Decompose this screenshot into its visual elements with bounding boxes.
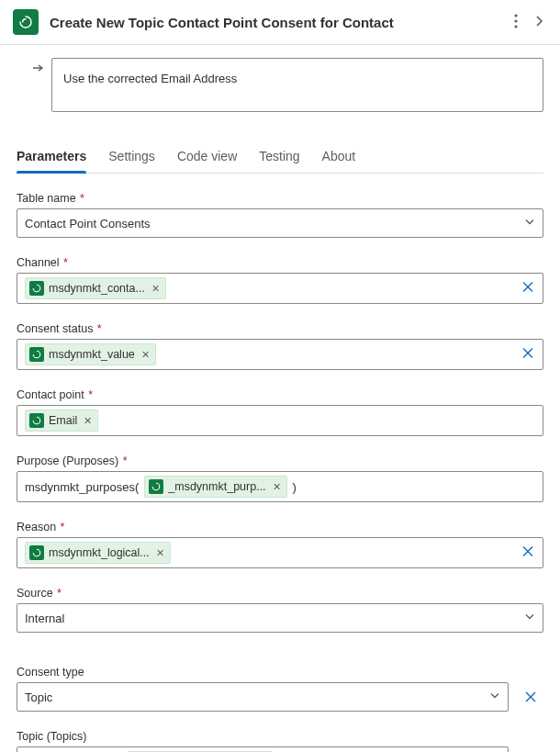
- input-topic[interactable]: msdynmkt_topics( _msdynmkt_topici... ✕ ): [17, 746, 509, 752]
- clear-channel-icon[interactable]: [521, 280, 535, 297]
- note-handle-icon: [32, 62, 45, 76]
- clear-consent-status-icon[interactable]: [521, 346, 535, 364]
- label-topic: Topic (Topics): [17, 730, 543, 743]
- value-table-name: Contact Point Consents: [25, 217, 151, 230]
- chevron-down-icon: [524, 217, 535, 230]
- input-consent-type[interactable]: Topic: [17, 682, 509, 712]
- input-reason[interactable]: msdynmkt_logical... ✕: [17, 537, 543, 568]
- token-remove-icon[interactable]: ✕: [84, 415, 92, 427]
- label-consent-type: Consent type: [17, 666, 543, 679]
- value-consent-type: Topic: [25, 690, 52, 704]
- label-table-name: Table name *: [17, 192, 543, 205]
- panel-collapse-icon[interactable]: [531, 10, 547, 35]
- dataverse-icon: [29, 545, 44, 560]
- tab-code-view[interactable]: Code view: [177, 141, 237, 173]
- dataverse-icon: [29, 281, 44, 296]
- label-contact-point: Contact point *: [17, 388, 543, 401]
- expr-suffix-purpose: ): [293, 480, 297, 494]
- tab-about[interactable]: About: [322, 141, 356, 173]
- field-topic: Topic (Topics) msdynmkt_topics( _msdynmk…: [17, 730, 543, 752]
- field-consent-type: Consent type Topic: [17, 666, 543, 712]
- tabs: Parameters Settings Code view Testing Ab…: [17, 141, 543, 174]
- token-remove-icon[interactable]: ✕: [151, 283, 160, 295]
- input-consent-status[interactable]: msdynmkt_value ✕: [17, 339, 543, 370]
- label-purpose: Purpose (Purposes) *: [17, 455, 543, 467]
- label-channel: Channel *: [17, 256, 543, 269]
- content: Use the corrected Email Address Paramete…: [0, 45, 560, 752]
- token-reason[interactable]: msdynmkt_logical... ✕: [25, 542, 171, 564]
- app-icon: [13, 9, 39, 35]
- token-remove-icon[interactable]: ✕: [156, 547, 164, 559]
- token-channel[interactable]: msdynmkt_conta... ✕: [25, 277, 166, 299]
- chevron-down-icon: [489, 690, 500, 704]
- token-remove-icon[interactable]: ✕: [273, 481, 281, 493]
- field-table-name: Table name * Contact Point Consents: [17, 192, 543, 238]
- label-consent-status: Consent status *: [17, 322, 543, 335]
- token-remove-icon[interactable]: ✕: [141, 349, 150, 361]
- token-consent-status[interactable]: msdynmkt_value ✕: [25, 343, 156, 365]
- tab-parameters[interactable]: Parameters: [17, 141, 86, 173]
- field-consent-status: Consent status * msdynmkt_value ✕: [17, 322, 543, 370]
- input-channel[interactable]: msdynmkt_conta... ✕: [17, 273, 543, 304]
- label-source: Source *: [17, 587, 543, 600]
- field-source: Source * Internal: [17, 587, 543, 633]
- note-input[interactable]: Use the corrected Email Address: [51, 58, 543, 112]
- field-contact-point: Contact point * Email ✕: [17, 388, 543, 436]
- chevron-down-icon: [524, 612, 535, 625]
- dataverse-icon: [29, 347, 44, 362]
- dataverse-icon: [149, 479, 163, 494]
- dataverse-icon: [29, 413, 44, 428]
- tab-settings[interactable]: Settings: [108, 141, 155, 173]
- svg-point-0: [514, 14, 517, 17]
- tab-testing[interactable]: Testing: [259, 141, 299, 173]
- header-bar: Create New Topic Contact Point Consent f…: [0, 0, 560, 45]
- input-source[interactable]: Internal: [17, 603, 543, 633]
- input-purpose[interactable]: msdynmkt_purposes( _msdynmkt_purp... ✕ ): [17, 471, 543, 502]
- svg-point-2: [514, 25, 517, 28]
- clear-reason-icon[interactable]: [521, 544, 535, 562]
- clear-consent-type-icon[interactable]: [518, 684, 543, 710]
- input-table-name[interactable]: Contact Point Consents: [17, 208, 543, 238]
- header-actions: [510, 10, 547, 35]
- note-text: Use the corrected Email Address: [63, 72, 237, 85]
- label-reason: Reason *: [17, 521, 543, 533]
- field-purpose: Purpose (Purposes) * msdynmkt_purposes( …: [17, 455, 543, 502]
- page-title: Create New Topic Contact Point Consent f…: [50, 15, 499, 30]
- field-reason: Reason * msdynmkt_logical... ✕: [17, 521, 543, 568]
- token-purpose[interactable]: _msdynmkt_purp... ✕: [144, 476, 286, 498]
- token-contact-point[interactable]: Email ✕: [25, 410, 98, 432]
- field-channel: Channel * msdynmkt_conta... ✕: [17, 256, 543, 304]
- value-source: Internal: [25, 612, 64, 625]
- input-contact-point[interactable]: Email ✕: [17, 405, 543, 436]
- expr-prefix-purpose: msdynmkt_purposes(: [25, 480, 139, 494]
- svg-point-1: [514, 19, 517, 22]
- more-actions-icon[interactable]: [510, 10, 521, 35]
